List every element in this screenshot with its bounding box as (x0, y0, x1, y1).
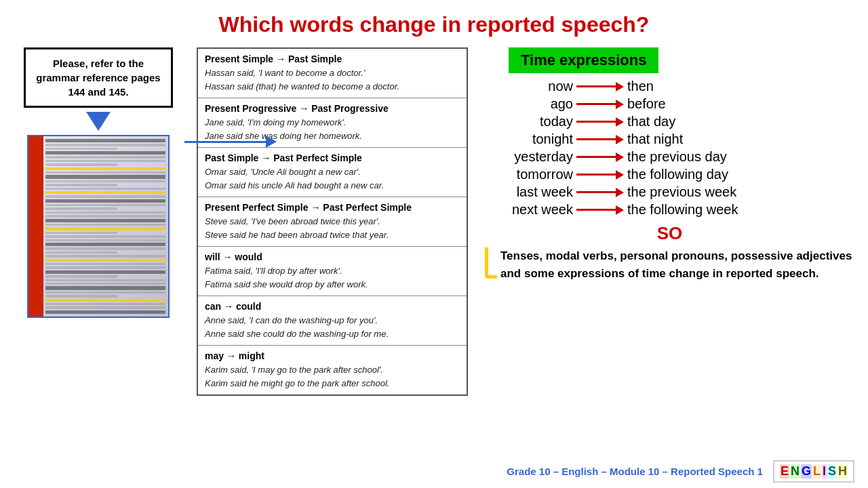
book-spine (28, 136, 43, 317)
section-example: Steve said, 'I've been abroad twice this… (205, 215, 460, 228)
time-left-word: now (485, 79, 573, 94)
book-line (45, 235, 165, 237)
book-line (45, 279, 165, 281)
book-line (45, 144, 165, 146)
book-line (45, 207, 117, 209)
book-line (45, 266, 165, 268)
time-expressions-table: nowthenagobeforetodaythat daytonightthat… (485, 79, 854, 218)
time-row: nowthen (485, 79, 854, 94)
section-example: Karim said he might go to the park after… (205, 377, 460, 390)
down-arrow-icon (86, 112, 111, 131)
section-title: Present Progressive → Past Progressive (205, 103, 460, 114)
time-row: yesterdaythe previous day (485, 149, 854, 165)
book-line (45, 303, 165, 305)
so-label: SO (485, 223, 854, 244)
main-content: Please, refer to the grammar reference p… (0, 47, 868, 396)
section-example: Hassan said (that) he wanted to become a… (205, 80, 460, 94)
time-right-word: the previous day (627, 149, 727, 165)
right-column: Time expressions nowthenagobeforetodayth… (475, 47, 854, 396)
time-right-word: the following week (627, 202, 738, 218)
book-line (45, 195, 165, 197)
book-line (45, 171, 165, 174)
time-row: last weekthe previous week (485, 184, 854, 200)
time-left-word: tonight (485, 131, 573, 147)
book-content (45, 139, 165, 314)
badge-letter-s: S (827, 464, 837, 479)
page-title: Which words change in reported speech? (0, 0, 868, 44)
book-line (45, 255, 165, 257)
book-line (45, 224, 165, 226)
grammar-table-container: Present Simple → Past Simple Hassan said… (197, 47, 468, 396)
section-example: Fatima said she would drop by after work… (205, 278, 460, 291)
book-line (45, 156, 165, 158)
book-line (45, 180, 165, 182)
book-line (45, 167, 165, 170)
book-line (45, 291, 165, 293)
time-expressions-header: Time expressions (509, 47, 658, 73)
grammar-section-present-perfect: Present Perfect Simple → Past Perfect Si… (198, 197, 467, 247)
time-arrow-icon (573, 100, 627, 109)
time-arrow-icon (573, 117, 627, 127)
book-line (45, 163, 117, 165)
book-line (45, 175, 165, 178)
section-title: Present Perfect Simple → Past Perfect Si… (205, 202, 460, 213)
book-line (45, 139, 165, 142)
book-line (45, 191, 165, 194)
time-left-word: ago (485, 96, 573, 112)
left-column: Please, refer to the grammar reference p… (14, 47, 183, 396)
time-row: agobefore (485, 96, 854, 112)
book-line (45, 211, 165, 214)
book-line (45, 251, 117, 253)
grammar-reference-box: Please, refer to the grammar reference p… (24, 47, 173, 108)
book-line (45, 306, 165, 308)
book-line (45, 247, 165, 249)
badge-letter-n: N (790, 464, 800, 479)
section-example: Hassan said, 'I want to become a doctor.… (205, 66, 460, 80)
book-line (45, 215, 165, 217)
book-line (45, 299, 165, 302)
book-line (45, 263, 165, 265)
book-line (45, 188, 165, 190)
section-title: will → would (205, 251, 460, 262)
time-right-word: that day (627, 114, 675, 129)
right-arrow-icon (184, 136, 277, 148)
english-badge: E N G L I S H (773, 460, 854, 483)
grammar-section-may-might: may → might Karim said, 'I may go to the… (198, 346, 467, 394)
book-line (45, 239, 165, 241)
time-row: tonightthat night (485, 131, 854, 147)
section-example: Omar said, 'Uncle Ali bought a new car'. (205, 165, 460, 179)
book-line (45, 232, 117, 234)
book-image (27, 135, 170, 318)
time-arrow-icon (573, 205, 627, 215)
section-title: Present Simple → Past Simple (205, 54, 460, 64)
book-line (45, 151, 165, 155)
time-arrow-icon (573, 188, 627, 197)
time-row: next weekthe following week (485, 202, 854, 218)
time-right-word: before (627, 96, 666, 112)
grammar-section-will-would: will → would Fatima said, 'I'll drop by … (198, 247, 467, 296)
badge-letter-h: H (837, 464, 848, 479)
grammar-section-present-simple: Present Simple → Past Simple Hassan said… (198, 49, 467, 98)
badge-letter-g: G (801, 464, 812, 479)
book-line (45, 204, 165, 206)
section-title: Past Simple → Past Perfect Simple (205, 152, 460, 163)
book-line (45, 270, 165, 274)
section-title: can → could (205, 301, 460, 312)
section-example: Jane said, 'I'm doing my homework'. (205, 116, 460, 129)
time-left-word: last week (485, 184, 573, 200)
grammar-section-past-simple: Past Simple → Past Perfect Simple Omar s… (198, 148, 467, 197)
time-left-word: today (485, 114, 573, 129)
time-right-word: the following day (627, 167, 728, 182)
time-row: tomorrowthe following day (485, 167, 854, 182)
section-example: Anne said she could do the washing-up fo… (205, 327, 460, 341)
book-line (45, 227, 165, 230)
grammar-section-can-could: can → could Anne said, 'I can do the was… (198, 296, 467, 346)
badge-letter-i: I (822, 464, 827, 479)
book-line (45, 243, 165, 246)
badge-letter-l: L (812, 464, 821, 479)
book-line (45, 310, 165, 314)
time-arrow-icon (573, 170, 627, 180)
book-line (45, 160, 165, 162)
time-row: todaythat day (485, 114, 854, 129)
book-line (45, 184, 117, 186)
